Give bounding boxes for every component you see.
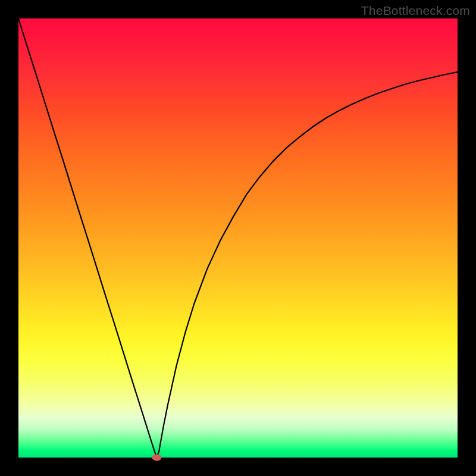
watermark-text: TheBottleneck.com	[361, 4, 470, 18]
chart-frame: TheBottleneck.com	[0, 0, 476, 476]
plot-area	[18, 18, 458, 458]
bottleneck-curve	[18, 18, 458, 458]
optimal-point-marker	[152, 455, 161, 461]
curve-svg	[18, 18, 458, 458]
